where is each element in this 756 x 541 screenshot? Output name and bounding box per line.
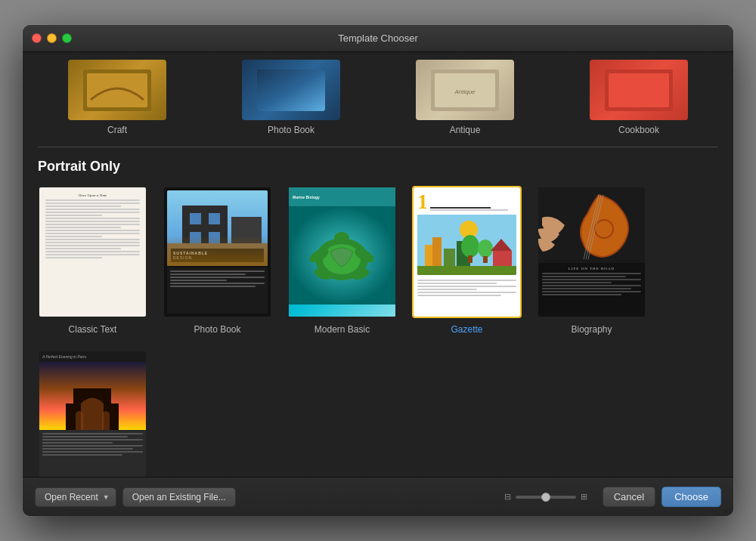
craft-label: Craft xyxy=(107,125,127,135)
zoom-control: ⊟ ⊞ xyxy=(504,492,587,502)
svg-text:Antique: Antique xyxy=(454,88,476,95)
zoom-out-icon[interactable]: ⊟ xyxy=(504,492,511,502)
classic-text-thumbnail: Once Upon a Time xyxy=(38,186,147,318)
photobook-top-label: Photo Book xyxy=(268,125,314,135)
zoom-in-icon[interactable]: ⊞ xyxy=(581,492,587,502)
open-recent-chevron: ▼ xyxy=(103,493,110,501)
modern-basic-header: Marine Biology xyxy=(289,187,395,206)
svg-rect-8 xyxy=(609,73,669,107)
building-svg xyxy=(167,190,268,266)
svg-point-33 xyxy=(478,240,493,258)
photo-book-image: SUSTAINABLE DESIGN xyxy=(167,190,268,266)
charcoal-header: A Perfect Evening in Paris xyxy=(39,351,146,362)
photo-book-thumbnail: SUSTAINABLE DESIGN xyxy=(163,186,272,318)
open-recent-label: Open Recent xyxy=(45,492,98,502)
paris-svg xyxy=(39,362,146,430)
gazette-illustration xyxy=(417,215,516,275)
classic-text-lines xyxy=(45,199,140,258)
charcoal-photo xyxy=(39,362,146,430)
svg-rect-15 xyxy=(231,217,262,266)
maximize-button[interactable] xyxy=(62,33,72,43)
templates-grid: Once Upon a Time xyxy=(38,186,718,477)
photo-book-lines xyxy=(170,270,265,287)
template-item-classic-text[interactable]: Once Upon a Time xyxy=(38,186,147,335)
gazette-scene-svg xyxy=(417,215,516,275)
top-template-cookbook[interactable]: Cookbook xyxy=(559,60,718,135)
charcoal-thumbnail: A Perfect Evening in Paris xyxy=(38,350,147,477)
antique-svg: Antique xyxy=(431,70,499,111)
gazette-header-text xyxy=(430,207,516,211)
open-recent-button[interactable]: Open Recent ▼ xyxy=(35,487,116,507)
template-chooser-window: Template Chooser Craft xyxy=(23,25,733,516)
template-item-photo-book[interactable]: SUSTAINABLE DESIGN xyxy=(163,186,272,335)
portrait-section: Portrait Only Once Upon a Time xyxy=(38,159,718,477)
svg-rect-10 xyxy=(182,206,228,266)
window-title: Template Chooser xyxy=(338,32,418,44)
classic-text-label: Classic Text xyxy=(69,324,117,335)
svg-point-20 xyxy=(334,232,349,244)
turtle-svg xyxy=(289,206,395,305)
antique-label: Antique xyxy=(450,125,481,135)
top-template-craft[interactable]: Craft xyxy=(38,60,197,135)
classic-title-text: Once Upon a Time xyxy=(45,193,140,197)
photobook-top-thumbnail xyxy=(242,60,340,120)
template-item-charcoal[interactable]: A Perfect Evening in Paris xyxy=(38,350,147,477)
cookbook-label: Cookbook xyxy=(618,125,659,135)
template-item-biography[interactable]: LIFE ON THE ROAD xyxy=(537,186,646,335)
charcoal-text-lines xyxy=(42,433,143,456)
gazette-body-lines xyxy=(417,280,516,296)
svg-point-31 xyxy=(461,235,479,258)
antique-thumbnail: Antique xyxy=(416,60,514,120)
titlebar: Template Chooser xyxy=(23,25,733,52)
svg-rect-34 xyxy=(483,256,488,263)
svg-rect-11 xyxy=(190,213,201,224)
craft-svg xyxy=(83,70,151,111)
biography-body-lines xyxy=(542,273,641,295)
biography-thumbnail: LIFE ON THE ROAD xyxy=(537,186,646,318)
zoom-slider[interactable] xyxy=(516,496,576,499)
charcoal-body xyxy=(39,430,146,477)
modern-basic-label: Modern Basic xyxy=(314,324,370,335)
top-template-antique[interactable]: Antique Antique xyxy=(386,60,544,135)
top-templates-row: Craft xyxy=(38,60,718,147)
cancel-button[interactable]: Cancel xyxy=(603,487,655,507)
close-button[interactable] xyxy=(32,33,42,43)
section-title: Portrait Only xyxy=(38,159,718,175)
biography-photo xyxy=(538,187,645,263)
action-buttons: Cancel Choose xyxy=(603,487,721,507)
svg-rect-1 xyxy=(87,73,147,107)
photo-book-label: Photo Book xyxy=(194,324,240,335)
cookbook-thumbnail xyxy=(590,60,688,120)
biography-label: Biography xyxy=(571,324,612,335)
svg-rect-13 xyxy=(190,232,201,243)
gazette-thumbnail: 1 xyxy=(412,186,522,318)
content-area: Craft xyxy=(23,52,733,477)
modern-basic-body xyxy=(289,206,395,317)
svg-rect-12 xyxy=(209,213,220,224)
choose-button[interactable]: Choose xyxy=(662,487,721,507)
traffic-lights xyxy=(32,33,72,43)
svg-rect-3 xyxy=(257,70,325,111)
template-item-gazette[interactable]: 1 xyxy=(412,186,522,335)
toolbar-left: Open Recent ▼ Open an Existing File... xyxy=(35,487,497,507)
svg-rect-32 xyxy=(468,255,472,263)
svg-rect-37 xyxy=(417,266,516,275)
gazette-number-row: 1 xyxy=(417,191,516,212)
gazette-number: 1 xyxy=(417,191,428,212)
top-template-photobook[interactable]: Photo Book xyxy=(212,60,370,135)
biography-subtitle: LIFE ON THE ROAD xyxy=(542,267,641,270)
gazette-label: Gazette xyxy=(451,324,482,335)
zoom-thumb xyxy=(541,493,550,502)
guitar-svg xyxy=(538,187,645,263)
svg-rect-16 xyxy=(167,243,268,266)
photobook-top-svg xyxy=(257,70,325,111)
photo-book-text-overlay: SUSTAINABLE DESIGN xyxy=(171,249,264,262)
toolbar: Open Recent ▼ Open an Existing File... ⊟… xyxy=(23,477,733,516)
minimize-button[interactable] xyxy=(47,33,57,43)
template-item-modern-basic[interactable]: Marine Biology xyxy=(287,186,397,335)
craft-thumbnail xyxy=(68,60,166,120)
modern-basic-thumbnail: Marine Biology xyxy=(287,186,397,318)
open-existing-button[interactable]: Open an Existing File... xyxy=(122,487,236,507)
cookbook-svg xyxy=(605,70,673,111)
photo-book-body xyxy=(167,267,268,314)
